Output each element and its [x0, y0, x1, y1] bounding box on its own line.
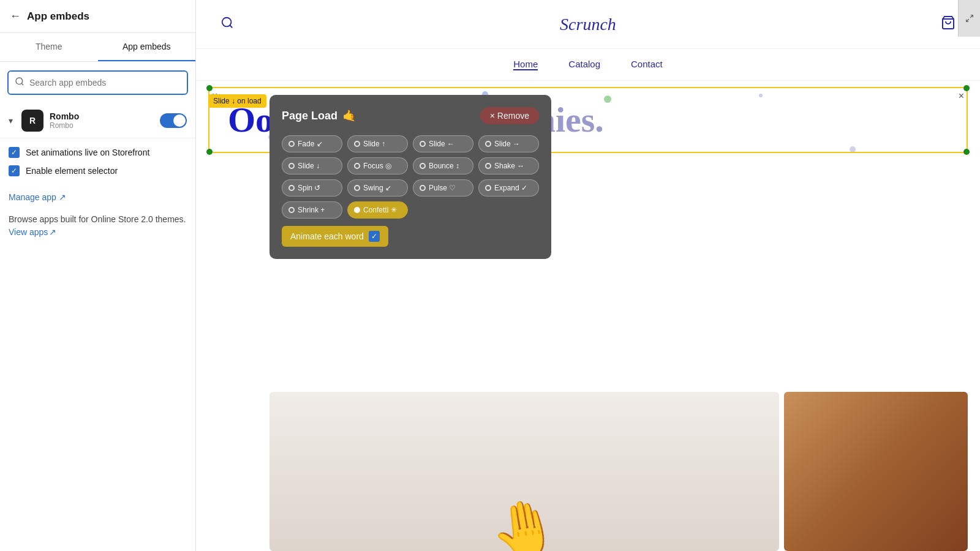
manage-app-link[interactable]: Manage app ↗: [9, 192, 187, 202]
main-area: Scrunch Home Catalog Contact × ×: [196, 0, 980, 551]
anim-focus[interactable]: Focus ◎: [347, 157, 408, 174]
radio-confetti: [354, 207, 360, 213]
radio-shrink: [288, 207, 295, 213]
anim-swing[interactable]: Swing ↙: [347, 179, 408, 197]
external-link-icon: ↗: [59, 192, 66, 202]
browse-text: Browse apps built for Online Store 2.0 t…: [9, 213, 187, 239]
anim-expand[interactable]: Expand ✓: [478, 179, 539, 197]
radio-expand: [485, 185, 491, 191]
manage-link-container: Manage app ↗: [0, 192, 195, 202]
enable-selector-checkbox[interactable]: ✓: [9, 165, 20, 176]
external-link-icon-2: ↗: [49, 226, 56, 239]
browse-section: Browse apps built for Online Store 2.0 t…: [0, 213, 195, 239]
set-animations-label: Set animations live on Storefront: [26, 148, 149, 157]
nav-link-contact[interactable]: Contact: [631, 59, 663, 70]
set-animations-checkbox-row[interactable]: ✓ Set animations live on Storefront: [9, 147, 187, 158]
svg-point-7: [850, 146, 856, 152]
radio-shake: [485, 163, 491, 169]
search-icon: [15, 77, 24, 89]
animate-each-word-container: Animate each word ✓: [282, 226, 388, 247]
hero-corner-dot-br: [963, 149, 970, 155]
slide-label: Slide ↓ on load: [208, 94, 266, 108]
nav-link-catalog[interactable]: Catalog: [568, 59, 600, 70]
rombo-row: ▾ R Rombo Rombo: [0, 103, 195, 138]
radio-slide-right: [485, 141, 491, 147]
enable-selector-label: Enable element selector: [26, 166, 118, 176]
anim-shrink[interactable]: Shrink +: [282, 201, 342, 219]
rombo-toggle[interactable]: [160, 113, 187, 128]
anim-fade[interactable]: Fade ↙: [282, 135, 342, 152]
animate-each-word-checkbox[interactable]: ✓: [369, 231, 380, 242]
hero-corner-dot-bl: [206, 149, 213, 155]
remove-button[interactable]: × Remove: [480, 107, 539, 124]
checkboxes-section: ✓ Set animations live on Storefront ✓ En…: [0, 138, 195, 192]
rombo-sub: Rombo: [50, 121, 154, 130]
corner-x-tr: ×: [959, 91, 964, 102]
tab-theme[interactable]: Theme: [0, 33, 98, 61]
store-cart-icon[interactable]: [941, 15, 956, 34]
svg-line-9: [970, 15, 973, 18]
nav-link-home[interactable]: Home: [513, 59, 538, 70]
store-nav-links: Home Catalog Contact: [196, 49, 980, 81]
rombo-icon: R: [21, 110, 43, 132]
chevron-down-icon[interactable]: ▾: [9, 116, 13, 126]
radio-focus: [354, 163, 360, 169]
anim-slide-left[interactable]: Slide ←: [413, 135, 473, 152]
radio-swing: [354, 185, 360, 191]
animation-options: Fade ↙ Slide ↑ Slide ← Slide → Slide ↓: [282, 135, 539, 219]
rombo-info: Rombo Rombo: [50, 111, 154, 130]
svg-point-6: [759, 94, 763, 97]
anim-bounce[interactable]: Bounce ↕: [413, 157, 473, 174]
page-load-popup: Page Load 🤙 × Remove Fade ↙ Slide ↑ Slid…: [270, 95, 551, 259]
anim-confetti[interactable]: Confetti ✳: [347, 201, 408, 219]
hand-image: 🤚: [270, 392, 779, 551]
hand-emoji: 🤚: [486, 497, 563, 551]
radio-bounce: [420, 163, 426, 169]
animate-each-word-row: Animate each word ✓: [282, 226, 539, 247]
radio-slide-down: [288, 163, 295, 169]
bottom-images: 🤚: [270, 392, 980, 551]
animate-each-word-label: Animate each word: [290, 231, 364, 241]
set-animations-checkbox[interactable]: ✓: [9, 147, 20, 158]
sidebar-tabs: Theme App embeds: [0, 33, 195, 62]
store-nav: Scrunch: [196, 0, 980, 49]
popup-title-emoji: 🤙: [342, 109, 356, 122]
enable-selector-checkbox-row[interactable]: ✓ Enable element selector: [9, 165, 187, 176]
view-apps-link[interactable]: View apps ↗: [9, 226, 56, 239]
svg-point-0: [16, 78, 23, 84]
sidebar: ← App embeds Theme App embeds ▾ R Rombo …: [0, 0, 196, 551]
search-input[interactable]: [29, 78, 181, 88]
hero-corner-dot-tr: [963, 85, 970, 91]
svg-line-10: [966, 19, 968, 21]
storefront-preview: Scrunch Home Catalog Contact × ×: [196, 0, 980, 551]
sidebar-header: ← App embeds: [0, 0, 195, 33]
anim-slide-up[interactable]: Slide ↑: [347, 135, 408, 152]
radio-slide-up: [354, 141, 360, 147]
tab-app-embeds[interactable]: App embeds: [98, 33, 196, 61]
anim-slide-right[interactable]: Slide →: [478, 135, 539, 152]
radio-slide-left: [420, 141, 426, 147]
radio-pulse: [420, 185, 426, 191]
store-search-icon[interactable]: [221, 16, 234, 33]
anim-slide-down[interactable]: Slide ↓: [282, 157, 342, 174]
radio-fade: [288, 141, 295, 147]
search-box: [7, 70, 188, 95]
store-logo: Scrunch: [560, 15, 616, 34]
popup-header: Page Load 🤙 × Remove: [282, 107, 539, 124]
expand-button[interactable]: [958, 0, 980, 37]
rombo-name: Rombo: [50, 111, 154, 121]
scrunchies-image: [784, 392, 968, 551]
anim-shake[interactable]: Shake ↔: [478, 157, 539, 174]
anim-pulse[interactable]: Pulse ♡: [413, 179, 473, 197]
back-button[interactable]: ←: [10, 10, 21, 23]
svg-point-1: [222, 17, 232, 26]
radio-spin: [288, 185, 295, 191]
sidebar-title: App embeds: [27, 10, 89, 23]
popup-title: Page Load 🤙: [282, 109, 356, 122]
anim-spin[interactable]: Spin ↺: [282, 179, 342, 197]
